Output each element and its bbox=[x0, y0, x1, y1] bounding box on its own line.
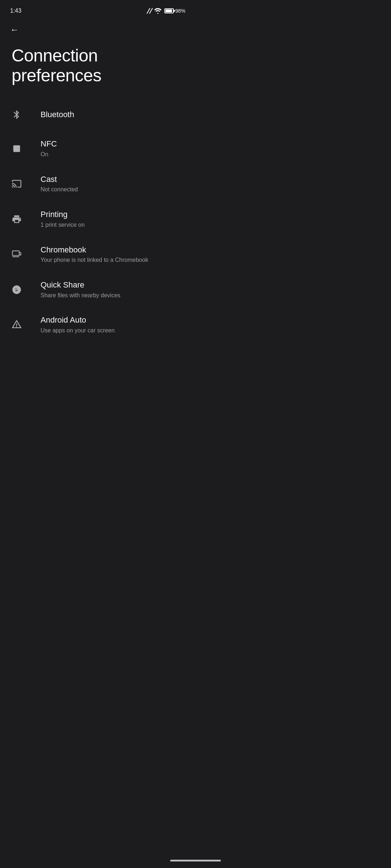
printing-subtitle: 1 print service on bbox=[41, 221, 85, 229]
page-title-container: Connectionpreferences bbox=[0, 38, 196, 98]
cast-text: CastNot connected bbox=[41, 174, 78, 193]
back-arrow-icon: ← bbox=[10, 25, 19, 34]
quickshare-icon bbox=[12, 285, 30, 295]
printing-icon bbox=[12, 214, 30, 224]
printing-title: Printing bbox=[41, 209, 85, 220]
nfc-text: NFCOn bbox=[41, 139, 57, 158]
quickshare-title: Quick Share bbox=[41, 280, 121, 290]
battery-percent: 98% bbox=[175, 8, 185, 14]
signal-indicators bbox=[148, 8, 151, 14]
status-time: 1:43 bbox=[10, 8, 21, 14]
androidauto-text: Android AutoUse apps on your car screen bbox=[41, 315, 115, 334]
status-bar: 1:43 98% bbox=[0, 0, 196, 19]
svg-rect-1 bbox=[15, 147, 18, 150]
quickshare-subtitle: Share files with nearby devices bbox=[41, 292, 121, 299]
chromebook-subtitle: Your phone is not linked to a Chromebook bbox=[41, 256, 148, 264]
settings-item-bluetooth[interactable]: Bluetooth bbox=[0, 98, 196, 131]
settings-item-nfc[interactable]: NFCOn bbox=[0, 131, 196, 166]
settings-item-cast[interactable]: CastNot connected bbox=[0, 166, 196, 201]
svg-rect-3 bbox=[12, 251, 19, 256]
cast-subtitle: Not connected bbox=[41, 186, 78, 193]
androidauto-title: Android Auto bbox=[41, 315, 115, 326]
svg-rect-4 bbox=[19, 253, 21, 255]
chromebook-icon bbox=[12, 249, 30, 259]
status-icons: 98% bbox=[148, 8, 185, 14]
bluetooth-text: Bluetooth bbox=[41, 110, 74, 120]
page-title: Connectionpreferences bbox=[12, 46, 184, 85]
bluetooth-icon bbox=[12, 110, 30, 120]
back-button[interactable]: ← bbox=[0, 19, 196, 38]
cast-icon bbox=[12, 179, 30, 189]
svg-point-8 bbox=[16, 327, 17, 327]
androidauto-subtitle: Use apps on your car screen bbox=[41, 327, 115, 335]
settings-item-quickshare[interactable]: Quick ShareShare files with nearby devic… bbox=[0, 272, 196, 307]
quickshare-text: Quick ShareShare files with nearby devic… bbox=[41, 280, 121, 299]
bluetooth-title: Bluetooth bbox=[41, 110, 74, 120]
battery-fill bbox=[165, 9, 172, 12]
chromebook-text: ChromebookYour phone is not linked to a … bbox=[41, 245, 148, 264]
settings-item-chromebook[interactable]: ChromebookYour phone is not linked to a … bbox=[0, 237, 196, 272]
settings-list: Bluetooth NFCOn CastNot connected Printi… bbox=[0, 98, 196, 342]
nfc-subtitle: On bbox=[41, 151, 57, 158]
settings-item-printing[interactable]: Printing1 print service on bbox=[0, 201, 196, 237]
cast-title: Cast bbox=[41, 174, 78, 185]
androidauto-icon bbox=[12, 320, 30, 330]
settings-item-androidauto[interactable]: Android AutoUse apps on your car screen bbox=[0, 307, 196, 342]
battery-container: 98% bbox=[164, 8, 185, 14]
nfc-icon bbox=[12, 144, 30, 154]
wifi-icon bbox=[154, 8, 161, 14]
nfc-title: NFC bbox=[41, 139, 57, 149]
chromebook-title: Chromebook bbox=[41, 245, 148, 255]
printing-text: Printing1 print service on bbox=[41, 209, 85, 229]
battery-icon bbox=[164, 8, 174, 13]
